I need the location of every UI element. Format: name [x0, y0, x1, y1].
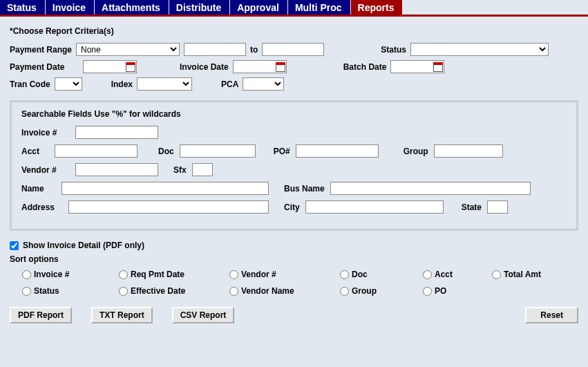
- label-address: Address: [21, 203, 63, 212]
- calendar-icon[interactable]: [275, 62, 286, 73]
- show-invoice-detail-checkbox[interactable]: [10, 241, 19, 250]
- state-input[interactable]: [487, 200, 508, 214]
- label-city: City: [284, 203, 300, 212]
- label-status: Status: [381, 45, 406, 55]
- payment-range-from[interactable]: [184, 43, 246, 56]
- tran-code-select[interactable]: [55, 77, 82, 91]
- name-input[interactable]: [61, 182, 269, 195]
- payment-range-select[interactable]: None: [76, 43, 180, 56]
- bus-name-input[interactable]: [330, 182, 531, 195]
- sort-total-amt[interactable]: Total Amt: [492, 270, 575, 279]
- sort-vendor-no[interactable]: Vendor #: [229, 270, 340, 279]
- label-to: to: [250, 45, 258, 55]
- city-input[interactable]: [305, 200, 444, 214]
- po-no-input[interactable]: [296, 144, 379, 158]
- invoice-no-input[interactable]: [75, 126, 158, 139]
- label-vendor-no: Vendor #: [21, 165, 70, 175]
- searchable-fields-group: Searchable Fields Use "%" for wildcards …: [10, 100, 578, 231]
- payment-date-field[interactable]: [83, 60, 137, 73]
- sort-vendor-name[interactable]: Vendor Name: [229, 286, 340, 296]
- label-batch-date: Batch Date: [343, 62, 387, 72]
- calendar-icon[interactable]: [125, 62, 136, 73]
- label-index: Index: [111, 79, 133, 89]
- label-po-no: PO#: [274, 147, 290, 156]
- tab-approval[interactable]: Approval: [230, 0, 288, 15]
- tab-status[interactable]: Status: [0, 0, 46, 15]
- tab-multi-proc[interactable]: Multi Proc: [288, 0, 351, 15]
- sort-req-pmt-date[interactable]: Req Pmt Date: [119, 270, 229, 279]
- csv-report-button[interactable]: CSV Report: [172, 307, 235, 323]
- pdf-report-button[interactable]: PDF Report: [10, 307, 72, 323]
- acct-input[interactable]: [55, 144, 137, 158]
- invoice-date-field[interactable]: [233, 60, 287, 73]
- label-acct: Acct: [21, 147, 49, 156]
- vendor-no-input[interactable]: [75, 163, 158, 176]
- calendar-icon[interactable]: [433, 62, 444, 73]
- batch-date-field[interactable]: [390, 60, 444, 73]
- tab-attachments[interactable]: Attachments: [95, 0, 169, 15]
- label-tran-code: Tran Code: [10, 79, 50, 89]
- label-invoice-date: Invoice Date: [180, 62, 229, 72]
- label-name: Name: [21, 184, 56, 194]
- sort-options-header: Sort options: [10, 254, 578, 264]
- index-select[interactable]: [137, 77, 192, 91]
- tab-reports[interactable]: Reports: [351, 0, 404, 15]
- label-state: State: [462, 203, 482, 212]
- tab-invoice[interactable]: Invoice: [46, 0, 95, 15]
- payment-range-to[interactable]: [262, 43, 324, 56]
- label-doc: Doc: [158, 147, 174, 156]
- label-payment-date: Payment Date: [10, 62, 79, 72]
- sort-acct[interactable]: Acct: [423, 270, 492, 279]
- label-bus-name: Bus Name: [284, 184, 325, 194]
- label-invoice-no: Invoice #: [21, 128, 70, 138]
- tab-distribute[interactable]: Distribute: [169, 0, 230, 15]
- address-input[interactable]: [68, 200, 269, 214]
- pca-select[interactable]: [243, 77, 284, 91]
- label-show-invoice-detail: Show Invoice Detail (PDF only): [23, 241, 144, 250]
- sort-options: Invoice # Req Pmt Date Vendor # Doc Acct…: [22, 270, 578, 296]
- label-sfx: Sfx: [173, 165, 187, 175]
- tab-bar: Status Invoice Attachments Distribute Ap…: [0, 0, 588, 17]
- doc-input[interactable]: [180, 144, 256, 158]
- sort-effective-date[interactable]: Effective Date: [119, 286, 229, 296]
- sort-group[interactable]: Group: [340, 286, 423, 296]
- status-select[interactable]: [410, 43, 549, 56]
- sort-po[interactable]: PO: [423, 286, 492, 296]
- fieldset-legend: Searchable Fields Use "%" for wildcards: [21, 109, 567, 119]
- sfx-input[interactable]: [192, 163, 213, 176]
- sort-invoice-no[interactable]: Invoice #: [22, 270, 119, 279]
- group-input[interactable]: [434, 144, 503, 158]
- label-pca: PCA: [221, 79, 238, 89]
- label-payment-range: Payment Range: [10, 45, 72, 55]
- reset-button[interactable]: Reset: [525, 307, 578, 323]
- label-group: Group: [404, 147, 428, 156]
- sort-status[interactable]: Status: [22, 286, 119, 296]
- sort-doc[interactable]: Doc: [340, 270, 423, 279]
- txt-report-button[interactable]: TXT Report: [91, 307, 153, 323]
- criteria-header: *Choose Report Criteria(s): [10, 26, 578, 36]
